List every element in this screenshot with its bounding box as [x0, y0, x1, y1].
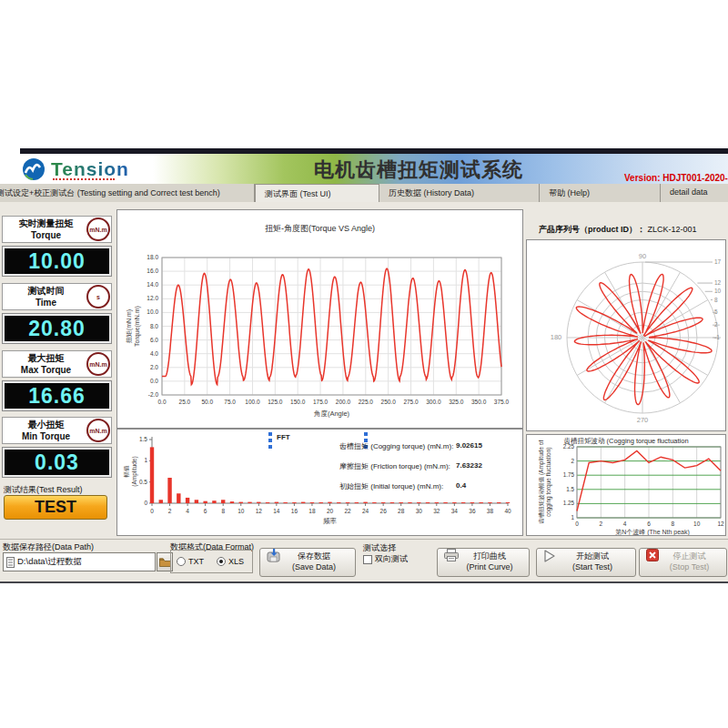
svg-text:6: 6 [204, 508, 207, 514]
svg-text:200.0: 200.0 [336, 399, 351, 405]
svg-text:2: 2 [571, 458, 574, 464]
svg-text:(Amplitude): (Amplitude) [131, 456, 138, 486]
svg-text:14: 14 [273, 508, 280, 514]
svg-text:20: 20 [327, 508, 334, 514]
min-torque-gauge-label: 最小扭矩 Min Torque mN.m [2, 417, 112, 444]
torque-display: 10.00 [2, 246, 112, 277]
tension-logo: Tension [22, 157, 129, 181]
svg-text:24: 24 [362, 508, 369, 514]
svg-text:50.0: 50.0 [201, 399, 213, 405]
save-data-button[interactable]: 保存数据(Save Data) [259, 548, 356, 577]
logo-tagline [53, 178, 115, 180]
svg-text:2.0: 2.0 [150, 364, 158, 370]
fluctuation-chart-panel: 齿槽扭矩波动 (Cogging torque fluctuation 齿槽扭矩波… [526, 434, 726, 536]
svg-text:0: 0 [144, 500, 147, 506]
tab-help[interactable]: 帮助 (Help) [540, 184, 661, 202]
svg-text:18: 18 [308, 508, 316, 514]
svg-text:275.0: 275.0 [403, 399, 419, 405]
svg-text:1.5: 1.5 [139, 436, 147, 442]
svg-text:扭矩(mN.m): 扭矩(mN.m) [126, 309, 133, 343]
svg-text:12: 12 [256, 508, 263, 514]
time-display: 20.80 [2, 313, 112, 344]
svg-text:2.25: 2.25 [563, 443, 575, 450]
svg-text:38: 38 [487, 508, 494, 514]
svg-text:0.0: 0.0 [157, 399, 166, 405]
svg-text:36: 36 [469, 508, 476, 514]
radio-circle-icon [177, 557, 186, 566]
radio-txt[interactable]: TXT [177, 557, 204, 566]
svg-text:5: 5 [714, 308, 718, 315]
window-bottom-edge [0, 581, 728, 583]
svg-text:1: 1 [144, 457, 147, 463]
svg-text:12: 12 [717, 521, 724, 527]
svg-text:6: 6 [647, 521, 651, 527]
stop-test-button[interactable]: 停止测试(Stop Test) [639, 548, 727, 577]
svg-text:6.0: 6.0 [150, 337, 158, 343]
radio-xls[interactable]: XLS [217, 557, 244, 566]
svg-text:8.0: 8.0 [150, 323, 158, 329]
svg-text:4.0: 4.0 [150, 350, 158, 357]
path-glyph-icon [6, 557, 15, 568]
cursor-marker-icon [268, 432, 272, 451]
tab-test-ui[interactable]: 测试界面 (Test UI) [255, 184, 379, 202]
svg-text:375.0: 375.0 [494, 399, 510, 405]
svg-text:8: 8 [221, 508, 225, 514]
polar-chart-panel: 171210852-190180270 [526, 239, 726, 431]
fft-panel: 00.511.502468101214161820222426283032343… [116, 429, 523, 536]
print-curve-button[interactable]: 打印曲线(Print Curve) [437, 548, 530, 577]
polar-rose-chart: 171210852-190180270 [527, 240, 725, 430]
svg-text:28: 28 [398, 508, 405, 514]
tab-history-data[interactable]: 历史数据 (History Data) [379, 184, 540, 202]
svg-text:1.75: 1.75 [563, 471, 575, 478]
torque-angle-chart: 0.025.050.075.0100.0125.0150.0175.0200.0… [117, 210, 522, 428]
svg-text:17: 17 [714, 258, 722, 265]
svg-text:125.0: 125.0 [268, 399, 283, 405]
folder-icon [159, 558, 171, 567]
version-text: Version: HDJT001-2020-102 [624, 173, 728, 183]
svg-text:34: 34 [451, 508, 459, 514]
fft-legend: FFT [277, 433, 290, 441]
svg-text:10: 10 [714, 288, 722, 294]
max-torque-gauge-label: 最大扭矩 Max Torque mN.m [2, 350, 112, 378]
product-id: 产品序列号（product ID）： ZLCK-12-001 [539, 224, 697, 236]
svg-text:75.0: 75.0 [224, 399, 236, 405]
start-test-button[interactable]: 开始测试(Start Test) [536, 548, 636, 577]
svg-text:0.0: 0.0 [150, 378, 158, 384]
save-icon [267, 549, 281, 562]
tab-test-setting[interactable]: 测试设定+校正测试台 (Testing setting and Correct … [0, 184, 255, 202]
svg-text:25.0: 25.0 [179, 399, 191, 405]
svg-text:8: 8 [672, 521, 675, 527]
svg-text:175.0: 175.0 [313, 399, 329, 405]
torque-gauge-label: 实时测量扭矩 Torque mN.m [2, 216, 112, 243]
svg-text:第N个波峰 (The Nth peak): 第N个波峰 (The Nth peak) [615, 529, 690, 535]
torque-angle-chart-panel: 扭矩-角度图(Torque VS Angle) 0.025.050.075.01… [116, 209, 523, 429]
unit-badge: mN.m [86, 352, 110, 376]
svg-text:4: 4 [623, 521, 627, 527]
unit-badge: mN.m [86, 217, 110, 241]
play-icon [543, 549, 557, 563]
svg-text:100.0: 100.0 [245, 399, 260, 405]
tab-detail-data[interactable]: detail data [661, 184, 728, 202]
svg-text:幅值: 幅值 [123, 465, 130, 478]
test-result-button[interactable]: TEST [4, 495, 107, 520]
stop-x-icon [646, 549, 659, 561]
svg-text:4: 4 [186, 508, 189, 514]
page-title: 电机齿槽扭矩测试系统 [291, 157, 546, 184]
svg-text:1.25: 1.25 [563, 500, 575, 506]
svg-text:26: 26 [380, 508, 388, 514]
svg-text:350.0: 350.0 [471, 399, 487, 405]
svg-text:16.0: 16.0 [147, 268, 158, 274]
tab-bar: 测试设定+校正测试台 (Testing setting and Correct … [0, 184, 728, 202]
cogging-torque-row: 齿槽扭矩 (Cogging torque) (mN.m):9.02615 [339, 441, 494, 451]
svg-text:10: 10 [238, 508, 245, 514]
svg-text:2: 2 [714, 321, 718, 328]
max-torque-display: 16.66 [2, 380, 112, 411]
bidirectional-checkbox[interactable]: 双向测试 [363, 553, 408, 565]
initial-torque-row: 初始扭矩 (Initial torque) (mN.m):0.4 [339, 481, 494, 491]
svg-text:22: 22 [344, 508, 351, 514]
fluctuation-chart: 02468101211.251.51.7522.25第N个波峰 (The Nth… [527, 435, 725, 535]
data-path-input[interactable]: D:\data\过程数据 [3, 552, 156, 571]
svg-text:12: 12 [714, 279, 722, 286]
svg-text:250.0: 250.0 [381, 399, 397, 405]
svg-text:1.5: 1.5 [566, 486, 574, 492]
